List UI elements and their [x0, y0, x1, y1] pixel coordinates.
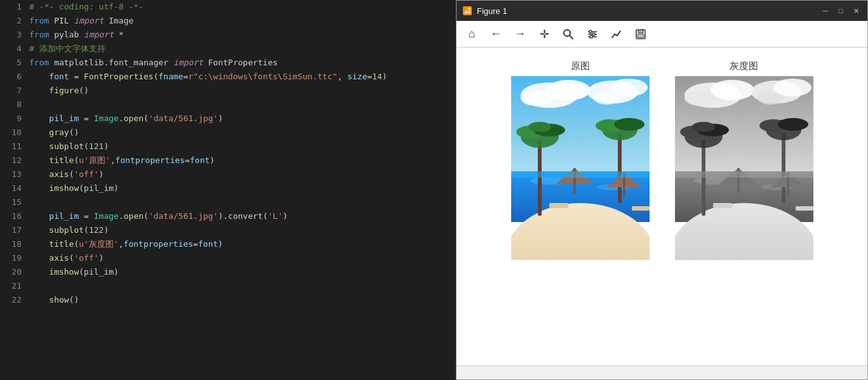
figure-toolbar: ⌂ ← → ✛	[457, 21, 867, 48]
line-number-22: 22	[0, 293, 22, 307]
svg-rect-0	[463, 6, 472, 15]
code-line-7: figure()	[27, 84, 456, 98]
line-number-18: 18	[0, 237, 22, 251]
line-number-15: 15	[0, 195, 22, 209]
line-number-11: 11	[0, 140, 22, 154]
minimize-button[interactable]: ─	[819, 4, 832, 17]
svg-rect-39	[511, 171, 650, 178]
svg-point-46	[758, 92, 783, 105]
svg-line-3	[570, 36, 573, 39]
zoom-button[interactable]	[557, 24, 580, 44]
original-beach-image	[511, 76, 650, 260]
code-line-14: imshow(pil_im)	[27, 181, 456, 195]
code-line-10: gray()	[27, 126, 456, 140]
line-number-4: 4	[0, 42, 22, 56]
figure-bottom-bar	[457, 365, 867, 379]
code-line-22: show()	[27, 293, 456, 307]
configure-button[interactable]	[581, 24, 604, 44]
original-image-label: 原图	[571, 60, 590, 72]
line-number-5: 5	[0, 56, 22, 70]
code-line-5: from matplotlib.font_manager import Font…	[27, 56, 456, 70]
svg-point-7	[589, 30, 592, 33]
figure-titlebar: Figure 1 ─ □ ✕	[457, 1, 867, 21]
svg-rect-37	[549, 203, 568, 208]
line-number-21: 21	[0, 279, 22, 293]
svg-point-32	[614, 118, 644, 131]
svg-rect-29	[618, 133, 622, 203]
svg-point-15	[546, 80, 591, 100]
line-number-7: 7	[0, 84, 22, 98]
line-number-13: 13	[0, 167, 22, 181]
svg-point-59	[778, 118, 808, 131]
svg-point-9	[590, 36, 592, 38]
grayscale-image-column: 灰度图	[675, 60, 813, 260]
line-number-16: 16	[0, 209, 22, 223]
line-number-14: 14	[0, 181, 22, 195]
svg-point-43	[684, 91, 716, 106]
code-line-11: subplot(121)	[27, 140, 456, 154]
code-line-20: imshow(pil_im)	[27, 265, 456, 279]
back-button[interactable]: ←	[484, 24, 507, 44]
code-line-15	[27, 195, 456, 209]
grayscale-image-label: 灰度图	[730, 60, 758, 72]
code-line-6: font = FontProperties(fname=r"c:\windows…	[27, 70, 456, 84]
forward-button[interactable]: →	[509, 24, 531, 44]
svg-rect-65	[796, 206, 813, 211]
line-number-9: 9	[0, 112, 22, 126]
svg-point-45	[773, 79, 811, 96]
svg-rect-66	[675, 171, 813, 178]
svg-rect-56	[782, 133, 785, 203]
code-line-2: from PIL import Image	[27, 14, 456, 28]
code-line-3: from pylab import *	[27, 28, 456, 42]
line-number-3: 3	[0, 28, 22, 42]
svg-rect-64	[713, 203, 732, 208]
code-line-18: title(u'灰度图',fontproperties=font)	[27, 237, 456, 251]
line-number-19: 19	[0, 251, 22, 265]
plot-button[interactable]	[605, 24, 628, 44]
code-line-16: pil_im = Image.open('data/561.jpg').conv…	[27, 209, 456, 223]
code-line-13: axis('off')	[27, 167, 456, 181]
line-number-10: 10	[0, 126, 22, 140]
code-line-12: title(u'原图',fontproperties=font)	[27, 154, 456, 167]
maximize-button[interactable]: □	[834, 4, 847, 17]
figure-app-icon	[462, 5, 473, 16]
code-lines[interactable]: # -*- coding: utf-8 -*-from PIL import I…	[27, 0, 456, 380]
line-number-8: 8	[0, 98, 22, 112]
svg-rect-38	[632, 206, 650, 211]
svg-point-8	[592, 33, 595, 36]
code-line-21	[27, 279, 456, 293]
figure-window: Figure 1 ─ □ ✕ ⌂ ← → ✛	[456, 0, 868, 380]
svg-point-18	[610, 79, 648, 96]
svg-rect-11	[638, 30, 643, 33]
code-line-8	[27, 98, 456, 112]
code-editor-panel: 12345678910111213141516171819202122 # -*…	[0, 0, 456, 380]
svg-point-42	[710, 80, 754, 100]
svg-rect-12	[638, 34, 644, 37]
figure-title: Figure 1	[477, 6, 507, 16]
code-line-4: # 添加中文字体支持	[27, 42, 456, 56]
svg-point-16	[521, 91, 552, 106]
line-numbers: 12345678910111213141516171819202122	[0, 0, 27, 380]
close-button[interactable]: ✕	[850, 4, 862, 17]
svg-point-1	[468, 8, 471, 10]
line-number-17: 17	[0, 223, 22, 237]
original-image-column: 原图	[511, 60, 650, 260]
svg-point-28	[528, 122, 551, 132]
line-number-2: 2	[0, 14, 22, 28]
home-button[interactable]: ⌂	[460, 24, 483, 44]
grayscale-beach-image	[675, 76, 813, 260]
code-line-1: # -*- coding: utf-8 -*-	[27, 0, 456, 14]
line-number-6: 6	[0, 70, 22, 84]
figure-titlebar-left: Figure 1	[462, 5, 507, 16]
svg-point-55	[692, 122, 715, 132]
line-number-1: 1	[0, 0, 22, 14]
pan-button[interactable]: ✛	[533, 24, 556, 44]
figure-titlebar-controls: ─ □ ✕	[819, 4, 862, 17]
code-line-19: axis('off')	[27, 251, 456, 265]
line-number-20: 20	[0, 265, 22, 279]
save-button[interactable]	[629, 24, 652, 44]
line-number-12: 12	[0, 154, 22, 167]
figure-content: 原图	[457, 48, 867, 365]
code-line-9: pil_im = Image.open('data/561.jpg')	[27, 112, 456, 126]
figure-images-row: 原图	[511, 60, 813, 260]
